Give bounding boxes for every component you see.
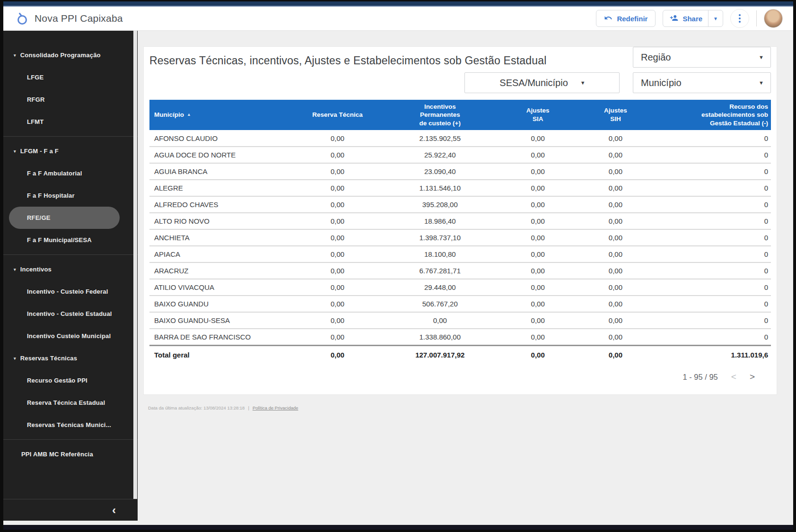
privacy-policy-link[interactable]: Política de Privacidade — [253, 405, 298, 410]
sidebar-item-incentivo-custeio-estadual[interactable]: Incentivo - Custeio Estadual — [3, 303, 138, 325]
value-cell: 0,00 — [292, 296, 383, 312]
sidebar-item-recurso-gestao-ppi[interactable]: Recurso Gestão PPI — [3, 369, 138, 392]
sidebar-scrollbar[interactable] — [133, 31, 137, 499]
value-cell: 0,00 — [292, 312, 383, 329]
sidebar-item-reservas-tecnicas-munici[interactable]: Reservas Técnicas Munici... — [3, 414, 138, 436]
column-header-recurso-dos[interactable]: Recurso dos estabelecimentos sob Gestão … — [653, 100, 771, 130]
value-cell: 25.922,40 — [383, 147, 498, 163]
column-header-reserva-tecnica[interactable]: Reserva Técnica — [292, 100, 383, 130]
value-cell: 0 — [653, 163, 771, 180]
value-cell: 0,00 — [578, 130, 653, 147]
sidebar-divider — [3, 439, 138, 440]
table-row-anchieta[interactable]: ANCHIETA0,001.398.737,100,000,000 — [149, 229, 771, 246]
sidebar-divider — [3, 136, 138, 137]
table-row-alegre[interactable]: ALEGRE0,001.131.546,100,000,000 — [149, 180, 771, 196]
table-row-apiaca[interactable]: APIACA0,0018.100,800,000,000 — [149, 246, 771, 262]
value-cell: 0 — [653, 279, 771, 296]
sidebar-section-label: Reservas Técnicas — [20, 355, 77, 362]
value-cell: 0,00 — [498, 130, 578, 147]
municipality-cell: APIACA — [149, 246, 292, 262]
footer-separator: | — [248, 405, 249, 410]
value-cell: 395.208,00 — [383, 196, 498, 213]
column-header-municipio[interactable]: Município▲ — [149, 100, 292, 130]
value-cell: 0,00 — [292, 213, 383, 229]
body-row: ▾Consolidado ProgramaçãoLFGERFGRLFMT▾LFG… — [3, 31, 793, 521]
user-avatar[interactable] — [764, 9, 783, 28]
main-area: Reservas Técnicas, incentivos, Ajustes e… — [138, 31, 793, 521]
sidebar-item-f-a-f-municipal-sesa[interactable]: F a F Municipal/SESA — [3, 229, 138, 251]
value-cell: 0,00 — [578, 329, 653, 345]
column-header-ajustes[interactable]: Ajustes SIH — [578, 100, 653, 130]
regiao-filter-label: Região — [641, 52, 671, 63]
pagination-next-icon[interactable]: > — [750, 372, 755, 382]
municipio-filter-dropdown[interactable]: Município ▼ — [633, 72, 771, 93]
total-value-cell: 127.007.917,92 — [383, 345, 498, 364]
sidebar-section-lfgm-f-a-f[interactable]: ▾LFGM - F a F — [3, 140, 138, 162]
value-cell: 1.131.546,10 — [383, 180, 498, 196]
table-row-aracruz[interactable]: ARACRUZ0,006.767.281,710,000,000 — [149, 262, 771, 279]
redefinir-button[interactable]: Redefinir — [596, 10, 656, 27]
sidebar-item-rfgr[interactable]: RFGR — [3, 88, 138, 111]
sidebar-divider — [3, 254, 138, 255]
table-row-baixo-guandu-sesa[interactable]: BAIXO GUANDU-SESA0,000,000,000,000 — [149, 312, 771, 329]
sidebar-section-label: PPI AMB MC Referência — [21, 451, 93, 458]
table-row-alfredo-chaves[interactable]: ALFREDO CHAVES0,00395.208,000,000,000 — [149, 196, 771, 213]
municipality-cell: ANCHIETA — [149, 229, 292, 246]
value-cell: 0,00 — [498, 329, 578, 345]
sort-asc-icon: ▲ — [187, 112, 191, 117]
sidebar-section-reservas-tecnicas[interactable]: ▾Reservas Técnicas — [3, 347, 138, 369]
table-row-atilio-vivacqua[interactable]: ATILIO VIVACQUA0,0029.448,000,000,000 — [149, 279, 771, 296]
column-header-ajustes[interactable]: Ajustes SIA — [498, 100, 578, 130]
section-caret-icon: ▾ — [14, 149, 16, 154]
more-vert-icon — [739, 14, 741, 16]
sidebar-collapse-chevron-icon[interactable]: ‹ — [112, 505, 116, 516]
value-cell: 0,00 — [292, 163, 383, 180]
value-cell: 0,00 — [498, 262, 578, 279]
top-bar: Nova PPI Capixaba Redefinir Share ▼ — [3, 7, 793, 31]
table-row-barra-de-sao-francisco[interactable]: BARRA DE SAO FRANCISCO0,001.338.860,000,… — [149, 329, 771, 345]
value-cell: 0,00 — [498, 196, 578, 213]
top-bar-actions: Redefinir Share ▼ — [596, 9, 783, 28]
sidebar-item-incentivo-custeio-federal[interactable]: Incentivo - Custeio Federal — [3, 280, 138, 303]
table-row-alto-rio-novo[interactable]: ALTO RIO NOVO0,0018.986,400,000,000 — [149, 213, 771, 229]
sidebar-item-f-a-f-hospitalar[interactable]: F a F Hospitalar — [3, 184, 138, 207]
pagination-prev-icon[interactable]: < — [731, 372, 736, 382]
sesa-municipio-filter-dropdown[interactable]: SESA/Município ▼ — [464, 72, 620, 93]
municipality-cell: AFONSO CLAUDIO — [149, 130, 292, 147]
table-row-aguia-branca[interactable]: AGUIA BRANCA0,0023.090,400,000,000 — [149, 163, 771, 180]
table-row-agua-doce-do-norte[interactable]: AGUA DOCE DO NORTE0,0025.922,400,000,000 — [149, 147, 771, 163]
value-cell: 0,00 — [578, 147, 653, 163]
share-label: Share — [682, 15, 702, 23]
share-split-button: Share ▼ — [663, 10, 723, 27]
sidebar-item-incentivo-custeio-municipal[interactable]: Incentivo Custeio Municipal — [3, 325, 138, 347]
value-cell: 0,00 — [292, 246, 383, 262]
sidebar-section-ppi-amb-mc-referencia[interactable]: PPI AMB MC Referência — [3, 443, 138, 465]
share-button[interactable]: Share — [663, 10, 708, 26]
value-cell: 0,00 — [578, 296, 653, 312]
sidebar-item-lfmt[interactable]: LFMT — [3, 111, 138, 133]
municipality-cell: ARACRUZ — [149, 262, 292, 279]
sidebar-section-consolidado-programacao[interactable]: ▾Consolidado Programação — [3, 44, 138, 66]
sidebar-item-lfge[interactable]: LFGE — [3, 66, 138, 88]
regiao-filter-dropdown[interactable]: Região ▼ — [633, 47, 771, 68]
value-cell: 0 — [653, 296, 771, 312]
sidebar-section-incentivos[interactable]: ▾Incentivos — [3, 258, 138, 280]
table-row-afonso-claudio[interactable]: AFONSO CLAUDIO0,002.135.902,550,000,000 — [149, 130, 771, 147]
value-cell: 0,00 — [292, 279, 383, 296]
total-value-cell: 1.311.019,6 — [653, 345, 771, 364]
value-cell: 0,00 — [578, 213, 653, 229]
value-cell: 0 — [653, 329, 771, 345]
table-row-baixo-guandu[interactable]: BAIXO GUANDU0,00506.767,200,000,000 — [149, 296, 771, 312]
share-options-dropdown[interactable]: ▼ — [708, 10, 723, 26]
value-cell: 0,00 — [498, 312, 578, 329]
sidebar-item-reserva-tecnica-estadual[interactable]: Reserva Técnica Estadual — [3, 392, 138, 414]
value-cell: 29.448,00 — [383, 279, 498, 296]
sidebar-item-rfe-ge[interactable]: RFE/GE — [9, 207, 120, 229]
more-options-button[interactable] — [730, 9, 749, 28]
value-cell: 18.986,40 — [383, 213, 498, 229]
undo-icon — [604, 14, 612, 24]
sidebar-item-f-a-f-ambulatorial[interactable]: F a F Ambulatorial — [3, 162, 138, 184]
column-header-incentivos[interactable]: Incentivos Permanentes de custeio (+) — [383, 100, 498, 130]
value-cell: 18.100,80 — [383, 246, 498, 262]
app-window: Nova PPI Capixaba Redefinir Share ▼ — [0, 0, 796, 532]
